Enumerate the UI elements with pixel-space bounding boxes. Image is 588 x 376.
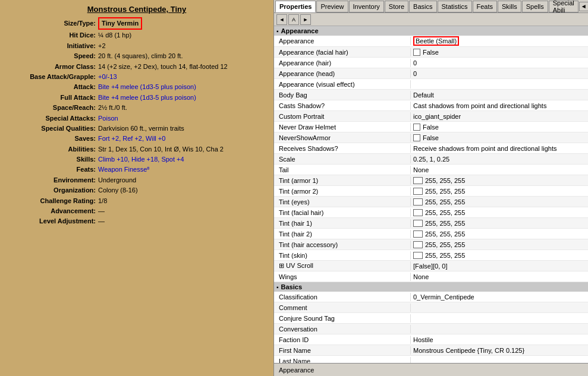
tab-feats[interactable]: Feats [473, 1, 498, 12]
prop-row: NeverShowArmorFalse [274, 132, 588, 143]
stat-label: Feats: [6, 165, 98, 174]
prop-value-text: False [423, 124, 439, 131]
section-toggle: ▪ [276, 284, 279, 290]
prop-name: Tint (skin) [274, 251, 411, 260]
stat-row: Special Qualities:Darkvision 60 ft., ver… [6, 124, 268, 133]
prop-value-text: 0.25, 1, 0.25 [413, 156, 449, 163]
prop-value-text: 255, 255, 255 [425, 252, 465, 259]
prop-row: Faction IDHostile [274, 334, 588, 345]
tabs-container: PropertiesPreviewInventoryStoreBasicsSta… [275, 1, 579, 12]
prop-name: Classification [274, 293, 411, 301]
tab-statistics[interactable]: Statistics [438, 1, 472, 12]
prop-value: 0_Vermin_Centipede [411, 293, 588, 301]
tab-properties[interactable]: Properties [275, 1, 316, 12]
stat-value: Fort +2, Ref +2, Will +0 [98, 134, 268, 143]
prop-value: 255, 255, 255 [411, 219, 588, 228]
prop-value-text: 255, 255, 255 [425, 188, 465, 195]
prop-row: Appearance (head)0 [274, 68, 588, 79]
color-swatch [413, 209, 423, 216]
stat-label: Environment: [6, 176, 98, 185]
properties-container[interactable]: ▪AppearanceAppearanceBeetle (Small)Appea… [274, 26, 588, 363]
prop-row: ⊞ UV Scroll[False][0, 0] [274, 261, 588, 271]
tab-basics[interactable]: Basics [409, 1, 436, 12]
prop-value-text: 0 [413, 70, 417, 77]
stat-value: Underground [98, 176, 268, 185]
stat-label: Attack: [6, 83, 98, 91]
prop-name: Receives Shadows? [274, 144, 411, 153]
checkbox-icon[interactable] [413, 134, 420, 141]
toolbar-btn-right[interactable]: ► [300, 14, 311, 25]
prop-row: Tint (hair 2)255, 255, 255 [274, 229, 588, 239]
section-title: Basics [281, 283, 302, 290]
prop-row: Tint (facial hair)255, 255, 255 [274, 207, 588, 218]
tab-inventory[interactable]: Inventory [349, 1, 384, 12]
stat-row: Space/Reach:2½ ft./0 ft. [6, 103, 268, 112]
prop-row: Body BagDefault [274, 90, 588, 100]
prop-value-text: 0_Vermin_Centipede [413, 293, 474, 301]
stat-row: Environment:Underground [6, 176, 268, 185]
prop-value-text: False [423, 49, 439, 56]
prop-value-text: Beetle (Small) [413, 36, 459, 46]
section-header-basics[interactable]: ▪Basics [274, 282, 588, 292]
prop-value: 255, 255, 255 [411, 208, 588, 217]
prop-name: Tint (hair 1) [274, 219, 411, 228]
tab-preview[interactable]: Preview [316, 1, 348, 12]
stat-value: 20 ft. (4 squares), climb 20 ft. [98, 52, 268, 61]
stat-label: Armor Class: [6, 62, 98, 71]
stat-value: 2½ ft./0 ft. [98, 103, 268, 112]
color-swatch [413, 241, 423, 248]
tab-skills[interactable]: Skills [498, 1, 521, 12]
tab-actions: ◄ ► ✕ [579, 2, 588, 11]
prop-row: Appearance (facial hair)False [274, 47, 588, 58]
prop-name: ⊞ UV Scroll [274, 261, 411, 270]
stat-value: — [98, 217, 268, 226]
prop-name: Conversation [274, 325, 411, 333]
prop-value: None [411, 166, 588, 174]
prop-value: Cast shadows from point and directional … [411, 102, 588, 110]
size-type-row: Size/Type: Tiny Vermin [6, 17, 268, 30]
prop-row: Receives Shadows?Receive shadows from po… [274, 143, 588, 154]
tab-spells[interactable]: Spells [522, 1, 548, 12]
prop-name: Last Name [274, 357, 411, 364]
checkbox-icon[interactable] [413, 124, 420, 131]
section-header-appearance[interactable]: ▪Appearance [274, 26, 588, 36]
size-type-value: Tiny Vermin [98, 17, 142, 30]
stat-label: Special Attacks: [6, 114, 98, 123]
prop-row: Tint (armor 1)255, 255, 255 [274, 175, 588, 186]
prop-value-text: 255, 255, 255 [425, 220, 465, 227]
tab-bar: PropertiesPreviewInventoryStoreBasicsSta… [274, 0, 588, 13]
stat-value: Poison [98, 114, 268, 123]
toolbar-btn-left[interactable]: ◄ [276, 14, 287, 25]
tab-store[interactable]: Store [385, 1, 408, 12]
prop-value: Hostile [411, 336, 588, 344]
prop-name: Wings [274, 273, 411, 281]
stat-row: Initiative:+2 [6, 42, 268, 50]
stat-row: Armor Class:14 (+2 size, +2 Dex), touch … [6, 62, 268, 71]
toolbar-btn-a[interactable]: A [288, 14, 299, 25]
tab-prev-btn[interactable]: ◄ [579, 2, 588, 11]
prop-value: 255, 255, 255 [411, 198, 588, 206]
stat-value: 14 (+2 size, +2 Dex), touch 14, flat-foo… [98, 62, 268, 71]
color-swatch [413, 188, 423, 195]
prop-name: Tint (facial hair) [274, 208, 411, 217]
prop-name: Tint (hair 2) [274, 230, 411, 238]
stat-value: 1/8 [98, 197, 268, 206]
stat-row: Attack:Bite +4 melee (1d3-5 plus poison) [6, 83, 268, 91]
prop-name: Scale [274, 155, 411, 163]
prop-value: 0 [411, 59, 588, 67]
prop-value-text: 255, 255, 255 [425, 198, 465, 206]
stat-row: Organization:Colony (8-16) [6, 186, 268, 195]
checkbox-icon[interactable] [413, 49, 420, 56]
stat-label: Full Attack: [6, 93, 98, 102]
stat-row: Abilities:Str 1, Dex 15, Con 10, Int Ø, … [6, 145, 268, 154]
stat-row: Full Attack:Bite +4 melee (1d3-5 plus po… [6, 93, 268, 102]
stat-row: Base Attack/Grapple:+0/-13 [6, 72, 268, 81]
stat-label: Special Qualities: [6, 124, 98, 133]
tab-special-abili[interactable]: Special Abili [549, 1, 578, 12]
stat-value: Weapon Finesse⁸ [98, 165, 268, 174]
prop-value: 255, 255, 255 [411, 176, 588, 185]
stat-label: Abilities: [6, 145, 98, 154]
stat-label: Saves: [6, 134, 98, 143]
stat-value: +0/-13 [98, 72, 268, 81]
stat-value: +2 [98, 42, 268, 50]
